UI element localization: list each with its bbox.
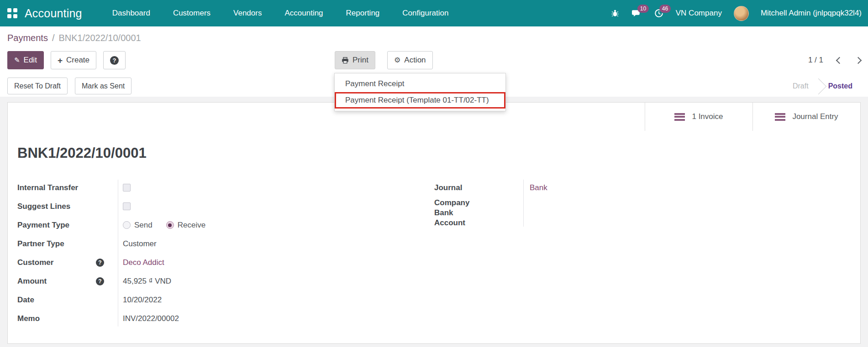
memo-value: INV/2022/00002 [118, 314, 179, 323]
form-sheet: 1 Invoice Journal Entry BNK1/2022/10/000… [7, 102, 861, 344]
top-navbar: Accounting Dashboard Customers Vendors A… [0, 0, 868, 26]
help-button[interactable]: ? [103, 51, 126, 69]
pencil-icon: ✎ [14, 56, 20, 64]
record-title: BNK1/2022/10/0001 [17, 145, 147, 161]
breadcrumb-separator: / [52, 33, 55, 43]
field-customer: Customer ? Deco Addict [17, 253, 300, 272]
pager: 1 / 1 [808, 51, 861, 69]
menu-reporting[interactable]: Reporting [345, 6, 381, 21]
customer-help-icon[interactable]: ? [96, 259, 104, 267]
pager-previous-icon[interactable] [836, 57, 843, 64]
partner-type-value: Customer [118, 239, 157, 249]
pager-next-icon[interactable] [855, 57, 862, 64]
pager-counter: 1 / 1 [808, 56, 823, 65]
internal-transfer-checkbox[interactable] [123, 184, 131, 192]
menu-item-payment-receipt[interactable]: Payment Receipt [335, 76, 505, 92]
menu-item-payment-receipt-template[interactable]: Payment Receipt (Template 01-TT/02-TT) [335, 92, 505, 109]
invoice-stat-button[interactable]: 1 Invoice [645, 103, 752, 131]
right-field-column: Journal Bank Company Bank Account [434, 178, 635, 228]
control-panel: ✎ Edit + Create ? Print ⚙ Action 1 / 1 [0, 51, 868, 70]
plus-icon: + [58, 56, 63, 65]
user-menu[interactable]: Mitchell Admin (jnlpqpqk32l4) [761, 9, 862, 18]
amount-value: 45,925 ₫ VND [118, 277, 171, 286]
menu-accounting[interactable]: Accounting [284, 6, 324, 21]
print-dropdown-menu: Payment Receipt Payment Receipt (Templat… [334, 73, 506, 111]
action-button[interactable]: ⚙ Action [387, 51, 433, 69]
left-field-column: Internal Transfer Suggest Lines Payment … [17, 178, 300, 328]
activities-clock-icon[interactable]: 46 [654, 8, 664, 18]
reset-to-draft-button[interactable]: Reset To Draft [7, 78, 68, 94]
systray: 10 46 VN Company Mitchell Admin (jnlpqpq… [610, 6, 862, 21]
field-journal: Journal Bank [434, 178, 635, 197]
app-title[interactable]: Accounting [25, 7, 82, 20]
field-amount: Amount ? 45,925 ₫ VND [17, 272, 300, 290]
field-memo: Memo INV/2022/00002 [17, 309, 300, 328]
messages-icon[interactable]: 10 [632, 8, 642, 18]
print-button[interactable]: Print [335, 51, 375, 69]
help-icon: ? [110, 56, 119, 65]
messages-count-badge: 10 [637, 5, 649, 13]
menu-configuration[interactable]: Configuration [401, 6, 449, 21]
status-bar: Draft Posted [784, 78, 861, 95]
journal-entry-stat-button[interactable]: Journal Entry [752, 103, 860, 131]
journal-value-link[interactable]: Bank [530, 183, 547, 192]
field-payment-type: Payment Type Send Receive [17, 216, 300, 234]
date-value: 10/20/2022 [118, 295, 162, 305]
payment-type-receive-radio[interactable] [166, 221, 174, 229]
menu-customers[interactable]: Customers [172, 6, 211, 21]
user-avatar[interactable] [734, 6, 749, 21]
activities-count-badge: 46 [659, 5, 671, 13]
stat-buttons: 1 Invoice Journal Entry [645, 103, 860, 131]
mark-as-sent-button[interactable]: Mark as Sent [75, 78, 132, 94]
field-internal-transfer: Internal Transfer [17, 178, 300, 197]
company-switcher[interactable]: VN Company [676, 9, 722, 18]
breadcrumb-current: BNK1/2022/10/0001 [59, 33, 141, 43]
amount-help-icon[interactable]: ? [96, 277, 104, 285]
suggest-lines-checkbox[interactable] [123, 202, 131, 210]
bars-icon [674, 113, 685, 121]
breadcrumb-payments-link[interactable]: Payments [7, 33, 48, 43]
bars-icon [775, 113, 785, 121]
edit-button[interactable]: ✎ Edit [7, 51, 44, 69]
debug-bug-icon[interactable] [610, 8, 620, 18]
field-suggest-lines: Suggest Lines [17, 197, 300, 216]
apps-menu-icon[interactable] [7, 8, 17, 18]
menu-vendors[interactable]: Vendors [232, 6, 263, 21]
payment-type-send-radio[interactable] [123, 221, 131, 229]
printer-icon [342, 57, 349, 64]
menu-dashboard[interactable]: Dashboard [111, 6, 151, 21]
customer-value-link[interactable]: Deco Addict [123, 258, 164, 267]
status-arrow-icon [810, 78, 826, 94]
field-partner-type: Partner Type Customer [17, 234, 300, 253]
create-button[interactable]: + Create [51, 51, 96, 69]
breadcrumb: Payments / BNK1/2022/10/0001 [7, 26, 141, 49]
gear-icon: ⚙ [394, 57, 400, 64]
field-company-bank-account: Company Bank Account [434, 197, 635, 228]
nav-menus: Dashboard Customers Vendors Accounting R… [111, 6, 450, 21]
field-date: Date 10/20/2022 [17, 290, 300, 309]
